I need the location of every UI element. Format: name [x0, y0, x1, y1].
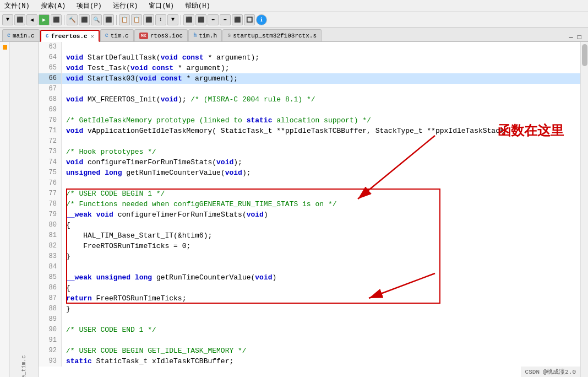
code-line: 85__weak unsigned long getRunTimeCounter… — [39, 272, 580, 283]
toolbar-btn-10[interactable]: 📋 — [119, 14, 130, 25]
toolbar-btn-9[interactable]: ⬛ — [103, 14, 114, 25]
tab-freertos-c[interactable]: c freertos.c ✕ — [40, 30, 100, 42]
c-file-icon-freertos: c — [46, 33, 49, 39]
code-line: 75unsigned long getRunTimeCounterValue(v… — [39, 168, 580, 178]
line-number: 67 — [39, 84, 62, 94]
menu-help[interactable]: 帮助(H) — [183, 0, 213, 12]
line-content: /* USER CODE END 1 */ — [62, 325, 156, 335]
toolbar-sep-3 — [181, 15, 181, 25]
line-content: void configureTimerForRunTimeStats(void)… — [62, 157, 242, 168]
toolbar-btn-20[interactable]: 🔲 — [244, 14, 255, 25]
toolbar-btn-6[interactable]: 🔨 — [67, 14, 78, 25]
sidebar-marker — [3, 45, 7, 50]
line-number: 76 — [39, 178, 62, 188]
line-number: 92 — [39, 346, 62, 356]
line-content: unsigned long getRunTimeCounterValue(voi… — [62, 168, 251, 178]
line-number: 63 — [39, 42, 62, 52]
tabbar: c main.c c freertos.c ✕ c tim.c MX rtos3… — [0, 28, 588, 42]
toolbar-btn-13[interactable]: ↕ — [155, 14, 166, 25]
scrollbar[interactable] — [580, 42, 588, 377]
toolbar-btn-14[interactable]: ▼ — [167, 14, 178, 25]
line-number: 90 — [39, 325, 62, 335]
line-content: /* GetIdleTaskMemory prototype (linked t… — [62, 115, 371, 126]
line-number: 64 — [39, 52, 62, 63]
tab-main-c[interactable]: c main.c — [2, 29, 40, 41]
code-line: 65void Test_Task(void const * argument); — [39, 63, 580, 73]
toolbar-btn-19[interactable]: ⬛ — [232, 14, 243, 25]
code-line: 79__weak void configureTimerForRunTimeSt… — [39, 209, 580, 220]
tab-close-freertos[interactable]: ✕ — [91, 33, 94, 40]
toolbar-btn-18[interactable]: ➡ — [220, 14, 231, 25]
toolbar-btn-12[interactable]: ⬛ — [143, 14, 154, 25]
menu-run[interactable]: 运行(R) — [111, 0, 140, 12]
menu-window[interactable]: 窗口(W) — [146, 0, 176, 12]
code-line: 91 — [39, 335, 580, 346]
tab-startup[interactable]: s startup_stm32f103rctx.s — [222, 29, 322, 41]
line-number: 66 — [39, 73, 62, 84]
tab-label-freertos: freertos.c — [51, 33, 88, 40]
menu-file[interactable]: 文件(N) — [2, 0, 32, 12]
scrollbar-thumb[interactable] — [582, 44, 587, 66]
line-number: 79 — [39, 209, 62, 220]
toolbar-btn-1[interactable]: ▼ — [2, 14, 13, 25]
tab-label-startup: startup_stm32f103rctx.s — [233, 33, 317, 39]
tab-label-tim-h: tim.h — [199, 33, 217, 39]
status-text: CSDN @桃成澟2.0 — [525, 369, 576, 375]
tab-label-rtos3: rtos3.ioc — [150, 33, 183, 39]
toolbar: ▼ ⬛ ◀ ▶ ⬛ 🔨 ⬛ 🔍 ⬛ 📋 📋 ⬛ ↕ ▼ ⬛ ⬛ ⬅ ➡ ⬛ 🔲 … — [0, 12, 588, 28]
line-number: 83 — [39, 251, 62, 262]
tab-restore[interactable]: □ — [575, 34, 584, 41]
menu-search[interactable]: 搜索(A) — [39, 0, 68, 12]
line-number: 81 — [39, 230, 62, 241]
line-content: void StartTask03(void const * argument); — [62, 73, 238, 84]
tab-tim-c[interactable]: c tim.c — [100, 29, 134, 41]
editor-container: se_tim.c 63 64void StartDefaultTask(void… — [0, 42, 588, 377]
line-content — [62, 105, 70, 115]
code-line: 93static StaticTask_t xIdleTaskTCBBuffer… — [39, 356, 580, 367]
line-number: 93 — [39, 356, 62, 367]
line-number: 78 — [39, 199, 62, 209]
line-number: 91 — [39, 335, 62, 346]
line-number: 85 — [39, 272, 62, 283]
line-number: 84 — [39, 262, 62, 272]
tab-minimize[interactable]: ─ — [567, 34, 575, 41]
code-line: 74void configureTimerForRunTimeStats(voi… — [39, 157, 580, 168]
tab-label-tim: tim.c — [111, 33, 129, 39]
toolbar-sep-2 — [116, 15, 117, 25]
line-content: /* Hook prototypes */ — [62, 147, 156, 157]
toolbar-btn-5[interactable]: ⬛ — [51, 14, 62, 25]
menu-project[interactable]: 项目(P) — [74, 0, 104, 12]
line-content: void MX_FREERTOS_Init(void); /* (MISRA-C… — [62, 94, 315, 105]
line-content — [62, 335, 70, 346]
line-number: 82 — [39, 241, 62, 251]
code-line: 80{ — [39, 220, 580, 230]
code-line: 90/* USER CODE END 1 */ — [39, 325, 580, 335]
toolbar-btn-17[interactable]: ⬅ — [208, 14, 219, 25]
toolbar-btn-16[interactable]: ⬛ — [195, 14, 206, 25]
line-content — [62, 262, 70, 272]
toolbar-btn-7[interactable]: ⬛ — [79, 14, 90, 25]
s-file-icon: s — [227, 33, 231, 39]
toolbar-btn-3[interactable]: ◀ — [26, 14, 37, 25]
tab-tim-h[interactable]: h tim.h — [188, 29, 222, 41]
toolbar-btn-8[interactable]: 🔍 — [91, 14, 102, 25]
code-line: 86{ — [39, 283, 580, 293]
code-line: 67 — [39, 84, 580, 94]
code-editor[interactable]: 63 64void StartDefaultTask(void const * … — [39, 42, 580, 377]
line-number: 86 — [39, 283, 62, 293]
line-content: void Test_Task(void const * argument); — [62, 63, 230, 73]
line-content — [62, 178, 70, 188]
tab-rtos3-ioc[interactable]: MX rtos3.ioc — [134, 29, 188, 41]
toolbar-sep-1 — [64, 15, 64, 25]
toolbar-btn-4[interactable]: ▶ — [39, 14, 50, 25]
line-number: 74 — [39, 157, 62, 168]
c-file-icon: c — [7, 33, 10, 39]
toolbar-btn-15[interactable]: ⬛ — [183, 14, 194, 25]
toolbar-btn-2[interactable]: ⬛ — [14, 14, 25, 25]
line-content: } — [62, 304, 70, 314]
line-number: 65 — [39, 63, 62, 73]
toolbar-btn-21[interactable]: ℹ — [256, 14, 267, 25]
line-number: 73 — [39, 147, 62, 157]
line-number: 87 — [39, 293, 62, 304]
toolbar-btn-11[interactable]: 📋 — [131, 14, 142, 25]
